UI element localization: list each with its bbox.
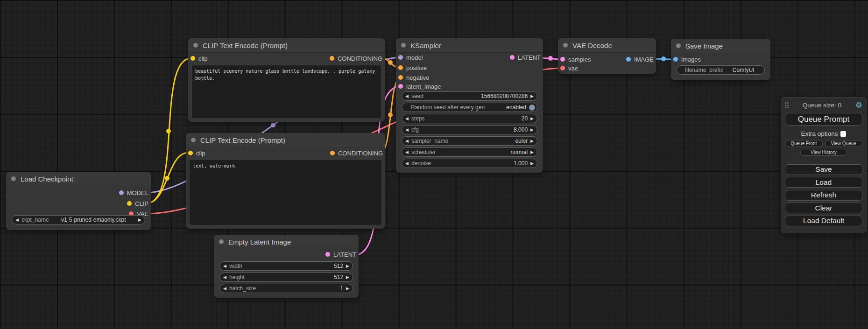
collapse-dot-icon[interactable] [219, 239, 224, 244]
negative-input-dot[interactable] [398, 75, 403, 80]
gear-icon[interactable]: ⚙ [855, 101, 862, 109]
decrement-arrow-icon[interactable]: ◀ [223, 287, 226, 291]
latent-output-dot[interactable] [510, 55, 515, 60]
save-button[interactable]: Save [785, 164, 862, 175]
scheduler-widget[interactable]: ◀ scheduler normal ▶ [402, 147, 537, 157]
images-input-dot[interactable] [673, 57, 678, 62]
output-slot-latent[interactable]: LATENT [510, 54, 541, 61]
input-slot-clip[interactable]: clip [188, 149, 205, 157]
height-widget[interactable]: ◀ height 512 ▶ [219, 273, 353, 282]
node-header[interactable]: Save Image [671, 39, 770, 53]
model-output-dot[interactable] [119, 190, 124, 195]
decrement-arrow-icon[interactable]: ◀ [15, 218, 19, 222]
node-empty-latent-image[interactable]: Empty Latent Image LATENT ◀ width 512 ▶ … [214, 235, 359, 298]
decrement-arrow-icon[interactable]: ◀ [223, 275, 226, 280]
node-header[interactable]: Empty Latent Image [214, 235, 359, 249]
denoise-widget[interactable]: ◀ denoise 1.000 ▶ [402, 159, 537, 168]
input-slot-vae[interactable]: vae [560, 64, 578, 72]
graph-canvas[interactable]: Load Checkpoint MODEL CLIP VAE ◀ ckpt_na… [0, 0, 868, 329]
clip-input-dot[interactable] [188, 151, 193, 155]
increment-arrow-icon[interactable]: ▶ [530, 128, 534, 132]
output-slot-image[interactable]: IMAGE [626, 56, 654, 63]
decrement-arrow-icon[interactable]: ◀ [223, 264, 226, 268]
increment-arrow-icon[interactable]: ▶ [530, 117, 534, 121]
input-slot-model[interactable]: model [398, 54, 423, 61]
positive-prompt-textarea[interactable]: beautiful scenery nature glass bottle la… [192, 65, 381, 118]
node-save-image[interactable]: Save Image images filename_prefix ComfyU… [671, 39, 770, 80]
input-slot-positive[interactable]: positive [398, 64, 427, 71]
decrement-arrow-icon[interactable]: ◀ [405, 128, 409, 132]
decrement-arrow-icon[interactable]: ◀ [405, 117, 409, 121]
decrement-arrow-icon[interactable]: ◀ [405, 139, 409, 143]
input-slot-images[interactable]: images [673, 56, 701, 63]
conditioning-output-dot[interactable] [330, 151, 335, 155]
conditioning-output-dot[interactable] [330, 56, 334, 61]
decrement-arrow-icon[interactable]: ◀ [405, 161, 409, 166]
node-load-checkpoint[interactable]: Load Checkpoint MODEL CLIP VAE ◀ ckpt_na… [6, 172, 151, 230]
image-output-dot[interactable] [626, 57, 631, 62]
latent-input-dot[interactable] [398, 84, 403, 89]
batch-size-widget[interactable]: ◀ batch_size 1 ▶ [219, 284, 353, 293]
latent-output-dot[interactable] [325, 252, 330, 257]
node-header[interactable]: Load Checkpoint [6, 172, 151, 186]
collapse-dot-icon[interactable] [563, 43, 568, 48]
node-ksampler[interactable]: KSampler model positive negative latent_… [396, 38, 543, 173]
increment-arrow-icon[interactable]: ▶ [530, 150, 534, 154]
node-clip-text-encode-positive[interactable]: CLIP Text Encode (Prompt) clip CONDITION… [188, 38, 385, 122]
collapse-dot-icon[interactable] [676, 43, 681, 48]
load-button[interactable]: Load [785, 177, 862, 188]
output-slot-conditioning[interactable]: CONDITIONING [330, 55, 382, 62]
input-slot-latent-image[interactable]: latent_image [398, 83, 441, 90]
increment-arrow-icon[interactable]: ▶ [530, 139, 534, 143]
view-queue-button[interactable]: View Queue [825, 140, 863, 147]
seed-widget[interactable]: ◀ seed 156680208700286 ▶ [402, 91, 537, 101]
width-widget[interactable]: ◀ width 512 ▶ [219, 261, 353, 271]
clip-input-dot[interactable] [191, 56, 195, 61]
increment-arrow-icon[interactable]: ▶ [530, 94, 534, 98]
refresh-button[interactable]: Refresh [785, 190, 862, 201]
clear-button[interactable]: Clear [785, 203, 862, 213]
output-slot-model[interactable]: MODEL [119, 189, 148, 196]
output-slot-latent[interactable]: LATENT [325, 251, 356, 258]
toggle-knob-icon[interactable] [529, 105, 535, 111]
model-input-dot[interactable] [398, 55, 403, 60]
node-clip-text-encode-negative[interactable]: CLIP Text Encode (Prompt) clip CONDITION… [186, 133, 385, 229]
queue-prompt-button[interactable]: Queue Prompt [785, 113, 862, 126]
increment-arrow-icon[interactable]: ▶ [346, 275, 349, 280]
collapse-dot-icon[interactable] [401, 43, 406, 48]
load-default-button[interactable]: Load Default [785, 216, 862, 226]
ckpt-name-widget[interactable]: ◀ ckpt_name v1-5-pruned-emaonly.ckpt ▶ [12, 215, 145, 224]
increment-arrow-icon[interactable]: ▶ [346, 287, 349, 291]
decrement-arrow-icon[interactable]: ◀ [405, 150, 409, 154]
drag-handle-icon[interactable] [785, 102, 789, 108]
extra-options-checkbox[interactable] [840, 131, 846, 137]
random-seed-toggle-widget[interactable]: Random seed after every gen enabled [402, 103, 537, 112]
view-history-button[interactable]: View History [800, 149, 847, 156]
increment-arrow-icon[interactable]: ▶ [530, 161, 534, 166]
filename-prefix-widget[interactable]: filename_prefix ComfyUI [677, 65, 765, 75]
node-vae-decode[interactable]: VAE Decode samples vae IMAGE [558, 38, 656, 74]
collapse-dot-icon[interactable] [193, 43, 198, 48]
queue-front-button[interactable]: Queue Front [785, 140, 823, 147]
input-slot-clip[interactable]: clip [191, 55, 208, 62]
input-slot-negative[interactable]: negative [398, 74, 429, 81]
decrement-arrow-icon[interactable]: ◀ [405, 94, 409, 98]
node-header[interactable]: VAE Decode [558, 38, 656, 53]
positive-input-dot[interactable] [398, 65, 403, 70]
node-header[interactable]: CLIP Text Encode (Prompt) [188, 38, 385, 53]
vae-input-dot[interactable] [560, 66, 565, 70]
collapse-dot-icon[interactable] [191, 138, 196, 142]
negative-prompt-textarea[interactable]: text, watermark [190, 160, 381, 225]
increment-arrow-icon[interactable]: ▶ [138, 218, 141, 222]
node-header[interactable]: CLIP Text Encode (Prompt) [186, 133, 385, 147]
output-slot-clip[interactable]: CLIP [127, 200, 148, 207]
node-header[interactable]: KSampler [396, 38, 543, 53]
steps-widget[interactable]: ◀ steps 20 ▶ [402, 114, 537, 123]
samples-input-dot[interactable] [560, 57, 565, 62]
input-slot-samples[interactable]: samples [560, 56, 591, 63]
collapse-dot-icon[interactable] [11, 176, 16, 181]
cfg-widget[interactable]: ◀ cfg 8.000 ▶ [402, 125, 537, 134]
clip-output-dot[interactable] [127, 201, 132, 206]
sampler-name-widget[interactable]: ◀ sampler_name euler ▶ [402, 136, 537, 146]
increment-arrow-icon[interactable]: ▶ [346, 264, 349, 268]
